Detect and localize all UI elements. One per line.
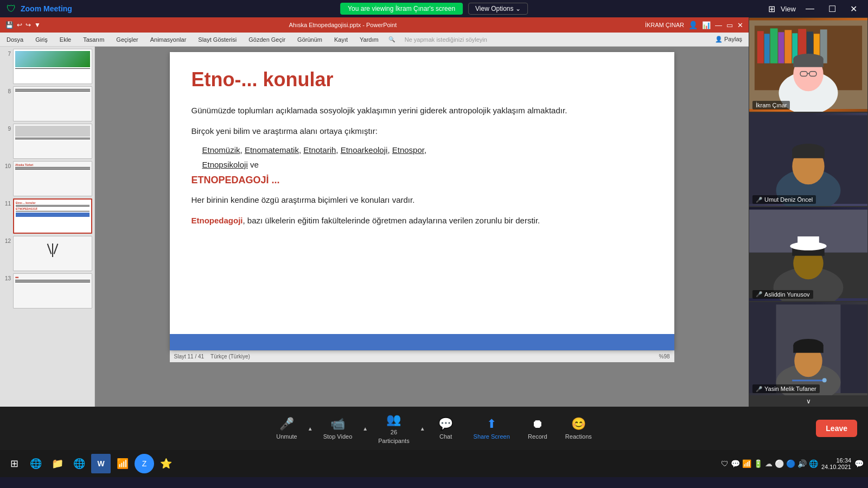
systray-shield: 🛡 — [721, 459, 729, 468]
slide-lang: Türkçe (Türkiye) — [210, 354, 250, 359]
ribbon-tab-gecisler[interactable]: Geçişler — [114, 35, 140, 44]
slide-thumb-8[interactable]: 8 — [2, 86, 92, 121]
svg-rect-5 — [778, 32, 784, 63]
ribbon-tab-kayit[interactable]: Kayıt — [332, 35, 350, 44]
participants-button[interactable]: 👥 26 Participants — [369, 408, 418, 448]
slide-img-9[interactable] — [13, 124, 92, 159]
taskbar-files-icon[interactable]: 📁 — [48, 454, 67, 473]
slide-img-8[interactable] — [13, 86, 92, 121]
participants-count-label: 26 — [391, 429, 397, 435]
ribbon-tab-paylas[interactable]: 👤 Paylaş — [713, 35, 744, 44]
close-button[interactable]: ✕ — [846, 3, 861, 15]
ppt-titlebar: 💾 ↩ ↪ ▼ Ahıska Etnopedagojisi.pptx - Pow… — [0, 17, 749, 33]
taskbar-search-icon[interactable]: 🌐 — [26, 454, 46, 473]
slide-paragraph-3: Her birinin kendine özgü araştırma biçim… — [192, 194, 653, 207]
ppt-undo-icon[interactable]: ↩ — [17, 21, 22, 29]
taskbar-word-icon[interactable]: W — [91, 454, 111, 473]
taskbar-right: 🛡 💬 📶 🔋 ☁ ⚪ 🔵 🔊 🌐 16:34 24.10.2021 💬 — [721, 457, 864, 470]
systray-notification[interactable]: 💬 — [854, 459, 864, 468]
ribbon-tab-animasyonlar[interactable]: Animasyonlar — [148, 35, 189, 44]
ppt-minimize-button[interactable]: — — [715, 21, 722, 29]
ribbon-tab-gorunum[interactable]: Görünüm — [295, 35, 324, 44]
stop-video-group: 📹 Stop Video ▲ — [315, 413, 370, 444]
slide-num-9: 9 — [2, 126, 11, 132]
systray-circle: ⚪ — [775, 459, 784, 468]
ribbon-tab-tasarim[interactable]: Tasarım — [81, 35, 106, 44]
systray-network: 🌐 — [809, 459, 818, 468]
slide-img-10[interactable]: Ahıska Türleri — [13, 161, 92, 196]
slide-thumb-11[interactable]: 11 Etno-... konular ETNOPEDAGOJİ — [2, 198, 92, 234]
slide-thumb-13[interactable]: 13 ■■ — [2, 273, 92, 309]
ppt-save-icon[interactable]: 💾 — [5, 21, 14, 29]
ppt-customize-icon[interactable]: ▼ — [34, 21, 41, 29]
ribbon-tab-search[interactable]: Ne yapmak istediğinizi söyleyin — [403, 35, 489, 44]
ribbon-tab-dosya[interactable]: Dosya — [4, 35, 25, 44]
ppt-restore-button[interactable]: ▭ — [726, 21, 733, 29]
ribbon-tab-slayt[interactable]: Slayt Gösterisi — [196, 35, 239, 44]
record-button[interactable]: ⏺ Record — [519, 413, 557, 444]
ribbon-tab-gozden[interactable]: Gözden Geçir — [246, 35, 288, 44]
slide-img-12[interactable] — [13, 236, 92, 271]
taskbar-emoji-icon[interactable]: ⭐ — [156, 454, 176, 473]
participants-arrow[interactable]: ▲ — [418, 423, 427, 434]
slide-main: Etno-... konular Günümüzde toplumları aç… — [95, 47, 749, 407]
unmute-label: Unmute — [276, 433, 297, 440]
slide-list-item: Etnomüzik, Etnomatematik, Etnotarih, Etn… — [192, 145, 653, 155]
share-screen-button[interactable]: ⬆ Share Screen — [465, 413, 519, 444]
slide-thumb-7[interactable]: 7 — [2, 49, 92, 84]
slide-img-7[interactable] — [13, 49, 92, 84]
slide-thumb-10[interactable]: 10 Ahıska Türleri — [2, 161, 92, 196]
ppt-redo-icon[interactable]: ↪ — [25, 21, 31, 29]
ribbon-tab-yardim[interactable]: Yardım — [358, 35, 381, 44]
maximize-button[interactable]: ☐ — [824, 3, 840, 15]
mic-off-icon-2: 🎤 — [756, 197, 762, 203]
main-area: 💾 ↩ ↪ ▼ Ahıska Etnopedagojisi.pptx - Pow… — [0, 17, 868, 407]
viewing-banner: You are viewing İkram Çınar's screen — [340, 3, 463, 15]
taskbar-left: ⊞ 🌐 📁 🌐 W 📶 Z ⭐ — [4, 454, 176, 473]
share-screen-label: Share Screen — [474, 433, 510, 440]
slide-paragraph-2: Birçok yeni bilim ve araştırma alanı ort… — [192, 125, 653, 138]
chat-button[interactable]: 💬 Chat — [427, 413, 465, 444]
video-bg-2 — [749, 113, 867, 207]
collapse-video-panel-button[interactable]: ∨ — [749, 396, 868, 407]
etnolist-muzik: Etnomüzik — [202, 145, 240, 155]
reactions-button[interactable]: 😊 Reactions — [557, 413, 601, 444]
video-name-1: İkram Çınar — [756, 102, 787, 108]
minimize-button[interactable]: — — [801, 3, 819, 15]
ribbon-tab-ekle[interactable]: Ekle — [58, 35, 73, 44]
unmute-button[interactable]: 🎤 Unmute — [267, 413, 306, 444]
leave-button[interactable]: Leave — [816, 420, 857, 437]
stop-video-arrow[interactable]: ▲ — [361, 423, 369, 434]
slide-img-11[interactable]: Etno-... konular ETNOPEDAGOJİ — [13, 198, 92, 234]
taskbar-zoom-icon[interactable]: Z — [135, 454, 154, 473]
start-button[interactable]: ⊞ — [4, 454, 24, 473]
ppt-profile-icon: 👤 — [688, 21, 698, 29]
systray-cloud: ☁ — [765, 459, 773, 468]
taskbar-wifi-icon[interactable]: 📶 — [113, 454, 132, 473]
title-bar-right: ⊞ View — ☐ ✕ — [768, 3, 861, 15]
stop-video-label: Stop Video — [323, 433, 353, 440]
stop-video-button[interactable]: 📹 Stop Video — [315, 413, 361, 444]
slide-thumb-9[interactable]: 9 — [2, 124, 92, 159]
unmute-arrow[interactable]: ▲ — [306, 423, 315, 434]
person-avatar-3 — [749, 207, 867, 301]
video-tile-4: 🎤 Yasin Melik Tufaner — [749, 301, 868, 396]
etnolist-arkeoloji: Etnoarkeoloji — [341, 145, 388, 155]
svg-rect-38 — [793, 345, 823, 352]
ribbon-tab-giris[interactable]: Giriş — [33, 35, 50, 44]
ppt-close-button[interactable]: ✕ — [737, 21, 743, 29]
slide-panel: 7 8 — [0, 47, 95, 407]
view-options-button[interactable]: View Options ⌄ — [468, 3, 528, 15]
video-bg-3 — [749, 207, 867, 301]
taskbar-browser-icon[interactable]: 🌐 — [69, 454, 89, 473]
slide-thumb-12[interactable]: 12 — [2, 236, 92, 271]
slide-paragraph-4: Etnopedagoji, bazı ülkelerin eğitim fakü… — [192, 214, 653, 227]
grid-icon: ⊞ — [768, 4, 775, 14]
app-title: Zoom Meeting — [21, 4, 72, 13]
ppt-present-icon[interactable]: 📊 — [702, 21, 711, 29]
systray: 🛡 💬 📶 🔋 ☁ ⚪ 🔵 🔊 🌐 — [721, 459, 818, 468]
svg-rect-39 — [792, 380, 824, 381]
etnolist-spor: Etnospor — [392, 145, 424, 155]
taskbar: ⊞ 🌐 📁 🌐 W 📶 Z ⭐ 🛡 💬 📶 🔋 ☁ ⚪ 🔵 🔊 🌐 16:34 … — [0, 450, 868, 477]
slide-img-13[interactable]: ■■ — [13, 273, 92, 309]
